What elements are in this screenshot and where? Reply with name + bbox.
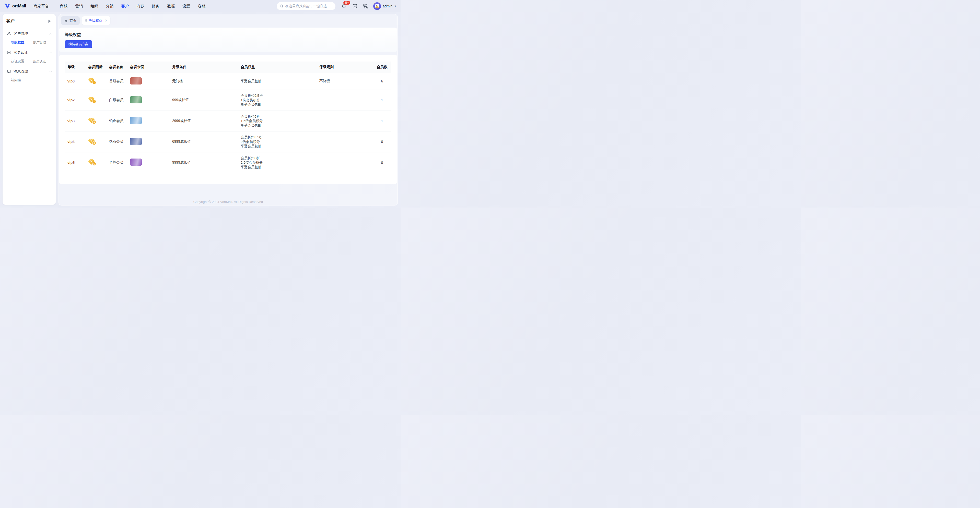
vip-gem-icon: V3 <box>88 117 95 123</box>
chevron-up-icon <box>49 52 52 54</box>
level-cell: vip3 <box>67 119 88 123</box>
column-header-3: 会员名称 <box>109 65 130 70</box>
benefits-cell: 会员折扣8.5折2倍会员积分享受会员包邮 <box>241 135 319 149</box>
tab-active[interactable]: 等级权益 ✕ <box>82 16 110 25</box>
nav-item-10[interactable]: 客服 <box>194 0 209 12</box>
home-icon <box>64 19 68 22</box>
tab-active-label: 等级权益 <box>89 18 102 23</box>
member-card-face <box>130 96 142 103</box>
member-icon-cell: V5 <box>88 159 109 166</box>
column-header-6: 会员权益 <box>241 65 319 70</box>
benefits-cell: 会员折扣8折2.5倍会员积分享受会员包邮 <box>241 156 319 170</box>
table-row: vip3V3铂金会员2999成长值会员折扣9折1.5倍会员积分享受会员包邮1 <box>65 111 391 132</box>
sidebar-item-会员认证[interactable]: 会员认证 <box>33 58 56 65</box>
tab-bar: 首页 等级权益 ✕ <box>59 14 398 27</box>
collapse-left-icon[interactable] <box>48 19 52 23</box>
level-cell: vip5 <box>67 160 88 165</box>
nav-item-2[interactable]: 营销 <box>71 0 87 12</box>
vip-gem-number: 4 <box>92 141 96 145</box>
level-cell: vip4 <box>67 140 88 144</box>
notifications-button[interactable]: 99+ <box>341 3 347 9</box>
store-button[interactable] <box>352 3 358 9</box>
benefits-cell: 会员折扣9折1.5倍会员积分享受会员包邮 <box>241 114 319 128</box>
member-card-face <box>130 159 142 166</box>
nav-item-6[interactable]: 内容 <box>133 0 148 12</box>
sidebar: 客户 客户管理等级权益客户管理实名认证认证设置会员认证消息管理站内信 <box>3 14 56 205</box>
vortmall-logo-icon <box>4 3 11 9</box>
sidebar-item-站内信[interactable]: 站内信 <box>11 77 33 84</box>
member-count-cell: 0 <box>373 140 391 144</box>
sidebar-group-label: 消息管理 <box>14 69 47 74</box>
tab-home[interactable]: 首页 <box>61 16 80 25</box>
benefits-cell: 会员折扣9.5折1倍会员积分享受会员包邮 <box>241 94 319 107</box>
sidebar-group-1[interactable]: 客户管理 <box>3 29 56 38</box>
level-cell: vip0 <box>67 79 88 83</box>
avatar <box>373 2 381 10</box>
sidebar-group-3[interactable]: 消息管理 <box>3 67 56 76</box>
brand-platform: 商家平台 <box>33 4 49 9</box>
table-row: vip0V1普通会员无门槛享受会员包邮不降级6 <box>65 73 391 90</box>
keep-rule-cell: 不降级 <box>319 79 373 84</box>
table-row: vip5V5至尊会员9999成长值会员折扣8折2.5倍会员积分享受会员包邮0 <box>65 152 391 173</box>
member-card-cell <box>130 77 172 85</box>
topbar-icons: 99+ <box>341 3 369 9</box>
member-card-cell <box>130 117 172 125</box>
upgrade-condition-cell: 999成长值 <box>172 98 241 102</box>
upgrade-condition-cell: 9999成长值 <box>172 160 241 165</box>
account-menu[interactable]: admin ▼ <box>373 2 396 10</box>
member-count-cell: 0 <box>373 160 391 165</box>
sidebar-item-等级权益[interactable]: 等级权益 <box>11 39 33 46</box>
upgrade-condition-cell: 无门槛 <box>172 79 241 84</box>
page-title: 等级权益 <box>65 32 391 38</box>
nav-item-8[interactable]: 数据 <box>163 0 178 12</box>
benefits-cell: 享受会员包邮 <box>241 79 319 84</box>
vip-gem-number: 5 <box>92 162 96 165</box>
edit-membership-plan-button[interactable]: 编辑会员方案 <box>65 40 92 48</box>
table-header-row: 等级会员图标会员名称会员卡面升级条件会员权益保级规则会员数 <box>65 62 391 73</box>
drag-handle-icon <box>85 19 87 22</box>
sidebar-item-客户管理[interactable]: 客户管理 <box>33 39 56 46</box>
sidebar-group-items: 等级权益客户管理 <box>3 38 56 48</box>
sidebar-group-2[interactable]: 实名认证 <box>3 48 56 57</box>
chevron-up-icon <box>49 33 52 35</box>
storefront-icon <box>352 3 357 9</box>
member-name-cell: 铂金会员 <box>109 119 130 123</box>
user-icon <box>7 32 11 36</box>
top-nav: 商城营销组织分销客户内容财务数据设置客服 <box>56 0 209 12</box>
sidebar-group-label: 客户管理 <box>14 32 47 36</box>
sidebar-group-items: 站内信 <box>3 76 56 86</box>
nav-item-9[interactable]: 设置 <box>178 0 194 12</box>
sidebar-divider <box>6 27 52 27</box>
nav-item-7[interactable]: 财务 <box>148 0 163 12</box>
levels-table-card: 等级会员图标会员名称会员卡面升级条件会员权益保级规则会员数 vip0V1普通会员… <box>59 55 397 184</box>
notification-badge: 99+ <box>344 1 350 5</box>
vip-gem-icon: V2 <box>88 97 95 103</box>
column-header-5: 升级条件 <box>172 65 241 70</box>
member-name-cell: 白银会员 <box>109 98 130 102</box>
account-name: admin <box>383 4 392 8</box>
member-icon-cell: V4 <box>88 139 109 145</box>
language-button[interactable] <box>363 3 369 9</box>
sidebar-item-认证设置[interactable]: 认证设置 <box>11 58 33 65</box>
search-input[interactable]: 在这里查找功能，一键直达 <box>277 2 336 10</box>
sidebar-group-label: 实名认证 <box>14 50 47 55</box>
member-card-face <box>130 77 142 84</box>
nav-item-5[interactable]: 客户 <box>117 0 133 12</box>
chevron-up-icon <box>49 70 52 73</box>
member-card-cell <box>130 96 172 104</box>
page-header-card: 等级权益 编辑会员方案 <box>59 28 397 52</box>
search-placeholder: 在这里查找功能，一键直达 <box>285 4 327 8</box>
table-row: vip2V2白银会员999成长值会员折扣9.5折1倍会员积分享受会员包邮1 <box>65 90 391 111</box>
brand-name: ortMall <box>12 3 26 9</box>
sidebar-group-items: 认证设置会员认证 <box>3 57 56 67</box>
nav-item-4[interactable]: 分销 <box>102 0 117 12</box>
upgrade-condition-cell: 2999成长值 <box>172 119 241 123</box>
close-icon[interactable]: ✕ <box>105 19 108 22</box>
nav-item-3[interactable]: 组织 <box>87 0 102 12</box>
column-header-1: 等级 <box>67 65 88 70</box>
member-count-cell: 6 <box>373 79 391 83</box>
nav-item-1[interactable]: 商城 <box>56 0 71 12</box>
tab-home-label: 首页 <box>70 18 76 23</box>
chevron-down-icon: ▼ <box>394 5 396 7</box>
member-card-cell <box>130 138 172 146</box>
